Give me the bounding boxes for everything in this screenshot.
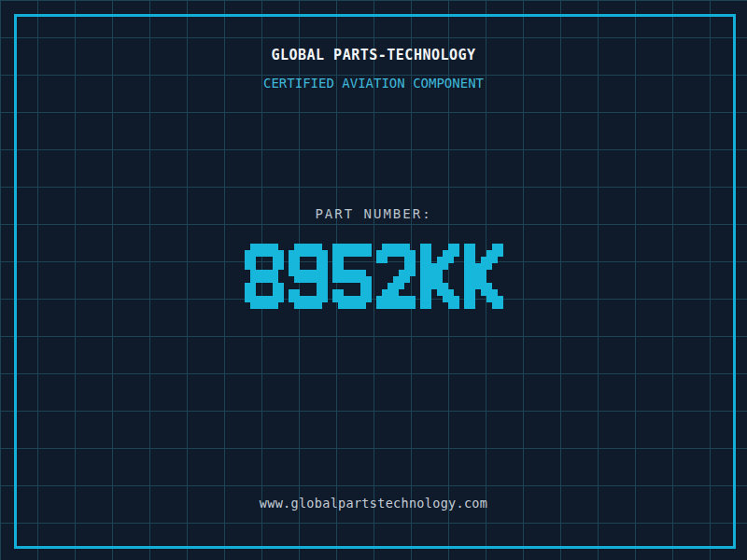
part-number-value (0, 244, 747, 309)
certification-subtitle: CERTIFIED AVIATION COMPONENT (0, 76, 747, 91)
company-title: GLOBAL PARTS-TECHNOLOGY (0, 47, 747, 63)
label-plate: GLOBAL PARTS-TECHNOLOGY CERTIFIED AVIATI… (0, 0, 747, 560)
website-url: www.globalpartstechnology.com (0, 496, 747, 511)
part-number-label: PART NUMBER: (0, 206, 747, 221)
part-number-pixel-text (245, 244, 503, 309)
